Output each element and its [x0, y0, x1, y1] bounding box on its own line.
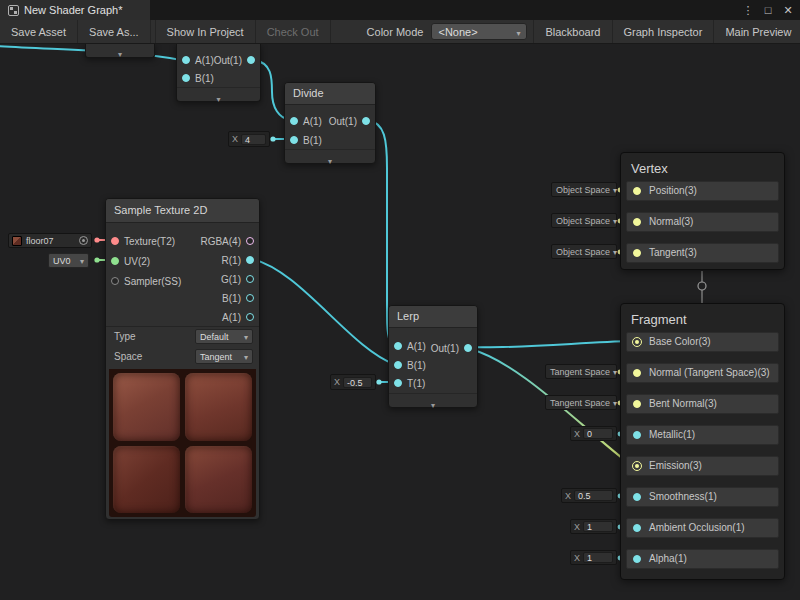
fragment-row-base-color[interactable]: Base Color(3): [626, 332, 779, 352]
chevron-down-icon[interactable]: [86, 43, 154, 57]
window-menu-icon[interactable]: ⋮: [740, 2, 756, 18]
show-in-project-button[interactable]: Show In Project: [155, 20, 256, 43]
node-math[interactable]: A(1) B(1) Out(1): [176, 44, 261, 102]
fragment-row-smoothness[interactable]: Smoothness(1): [626, 487, 779, 507]
chevron-down-icon[interactable]: [177, 87, 260, 101]
edge-lerp-to-basecolor[interactable]: [470, 341, 631, 347]
port-out[interactable]: [247, 56, 255, 64]
main-preview-toggle[interactable]: Main Preview: [714, 20, 800, 43]
fragment-row-bent-normal[interactable]: Bent Normal(3): [626, 394, 779, 414]
fragment-row-emission[interactable]: Emission(3): [626, 456, 779, 476]
window-tab[interactable]: New Shader Graph*: [0, 0, 150, 20]
port-position[interactable]: [633, 187, 641, 195]
port-sampler[interactable]: [111, 277, 119, 285]
port-smoothness[interactable]: [633, 493, 641, 501]
vertex-block[interactable]: Vertex Position(3) Normal(3) Tangent(3): [620, 152, 785, 270]
port-out[interactable]: [464, 344, 472, 352]
maximize-icon[interactable]: □: [760, 2, 776, 18]
port-label: Out(1): [214, 55, 242, 66]
position-space-dropdown[interactable]: Object Space: [551, 182, 617, 197]
type-dropdown[interactable]: Default: [195, 329, 253, 344]
ambient-occlusion-default-field[interactable]: X 1: [570, 519, 617, 534]
row-label: Smoothness(1): [649, 491, 717, 502]
field-value[interactable]: -0.5: [343, 377, 372, 388]
vertex-row-tangent[interactable]: Tangent(3): [626, 243, 779, 263]
field-label: X: [574, 522, 580, 532]
port-label: A(1): [222, 312, 241, 323]
vertex-row-normal[interactable]: Normal(3): [626, 212, 779, 232]
smoothness-default-field[interactable]: X 0.5: [561, 488, 617, 503]
port-metallic[interactable]: [633, 431, 641, 439]
port-bent-normal[interactable]: [633, 400, 641, 408]
lerp-t-default-field[interactable]: X -0.5: [330, 374, 376, 390]
port-b[interactable]: [182, 74, 190, 82]
space-dropdown[interactable]: Tangent: [195, 349, 253, 364]
port-a[interactable]: [182, 56, 190, 64]
port-normal[interactable]: [633, 218, 641, 226]
row-label: Base Color(3): [649, 336, 711, 347]
metallic-default-field[interactable]: X 0: [570, 426, 617, 441]
alpha-default-field[interactable]: X 1: [570, 550, 617, 565]
port-alpha[interactable]: [633, 555, 641, 563]
port-b[interactable]: [394, 361, 402, 369]
toolbar: Save Asset Save As... Show In Project Ch…: [0, 20, 800, 44]
port-label: B(1): [222, 293, 241, 304]
port-rgba[interactable]: [246, 237, 254, 245]
fragment-row-ambient-occlusion[interactable]: Ambient Occlusion(1): [626, 518, 779, 538]
fragment-row-alpha[interactable]: Alpha(1): [626, 549, 779, 569]
fragment-block[interactable]: Fragment Base Color(3) Normal (Tangent S…: [620, 303, 785, 580]
badge-label: Tangent Space: [550, 367, 610, 377]
badge-label: Object Space: [556, 185, 610, 195]
divide-b-default-field[interactable]: X 4: [228, 131, 270, 147]
node-lerp[interactable]: Lerp A(1) B(1) T(1) Out(1): [388, 305, 478, 408]
field-value[interactable]: 1: [583, 521, 613, 532]
chevron-down-icon[interactable]: [389, 393, 477, 407]
field-value[interactable]: 0.5: [574, 490, 613, 501]
port-ambient-occlusion[interactable]: [633, 524, 641, 532]
graph-inspector-toggle[interactable]: Graph Inspector: [613, 20, 715, 43]
save-asset-button[interactable]: Save Asset: [0, 20, 78, 43]
window-title: New Shader Graph*: [24, 4, 122, 16]
tangent-space-dropdown[interactable]: Object Space: [551, 244, 617, 259]
bent-normal-space-dropdown[interactable]: Tangent Space: [545, 395, 617, 410]
connector-dot: [94, 237, 99, 242]
field-value[interactable]: 1: [583, 552, 613, 563]
port-a[interactable]: [290, 117, 298, 125]
port-b[interactable]: [246, 294, 254, 302]
node-sample-texture-2d[interactable]: Sample Texture 2D Texture(T2) UV(2) Samp…: [105, 198, 260, 520]
normal-ts-space-dropdown[interactable]: Tangent Space: [545, 364, 617, 379]
chevron-down-icon[interactable]: [285, 149, 375, 163]
port-a[interactable]: [394, 342, 402, 350]
edge-r-to-lerp-b[interactable]: [252, 259, 394, 364]
port-a[interactable]: [246, 313, 254, 321]
stack-link-handle[interactable]: [698, 282, 706, 290]
normal-space-dropdown[interactable]: Object Space: [551, 213, 617, 228]
field-value[interactable]: 4: [241, 134, 266, 145]
row-label: Tangent(3): [649, 247, 697, 258]
port-out[interactable]: [362, 117, 370, 125]
save-as-button[interactable]: Save As...: [78, 20, 151, 43]
port-r[interactable]: [246, 256, 254, 264]
close-icon[interactable]: ✕: [780, 2, 796, 18]
texture-object-field[interactable]: floor07: [8, 233, 92, 248]
vertex-row-position[interactable]: Position(3): [626, 181, 779, 201]
port-texture[interactable]: [111, 237, 119, 245]
port-g[interactable]: [246, 275, 254, 283]
port-base-color[interactable]: [632, 337, 642, 347]
fragment-row-normal-ts[interactable]: Normal (Tangent Space)(3): [626, 363, 779, 383]
port-emission[interactable]: [632, 461, 642, 471]
port-uv[interactable]: [111, 257, 119, 265]
port-t[interactable]: [394, 379, 402, 387]
port-normal-ts[interactable]: [633, 369, 641, 377]
port-tangent[interactable]: [633, 249, 641, 257]
field-value[interactable]: 0: [583, 428, 613, 439]
uv-channel-dropdown[interactable]: UV0: [48, 253, 89, 268]
port-b[interactable]: [290, 136, 298, 144]
color-mode-dropdown[interactable]: <None>: [431, 23, 527, 40]
node-title: Sample Texture 2D: [106, 199, 259, 223]
fragment-row-metallic[interactable]: Metallic(1): [626, 425, 779, 445]
object-picker-icon[interactable]: [79, 236, 88, 245]
node-collapsed[interactable]: [85, 44, 155, 58]
node-divide[interactable]: Divide A(1) B(1) Out(1): [284, 82, 376, 164]
blackboard-toggle[interactable]: Blackboard: [533, 20, 612, 43]
